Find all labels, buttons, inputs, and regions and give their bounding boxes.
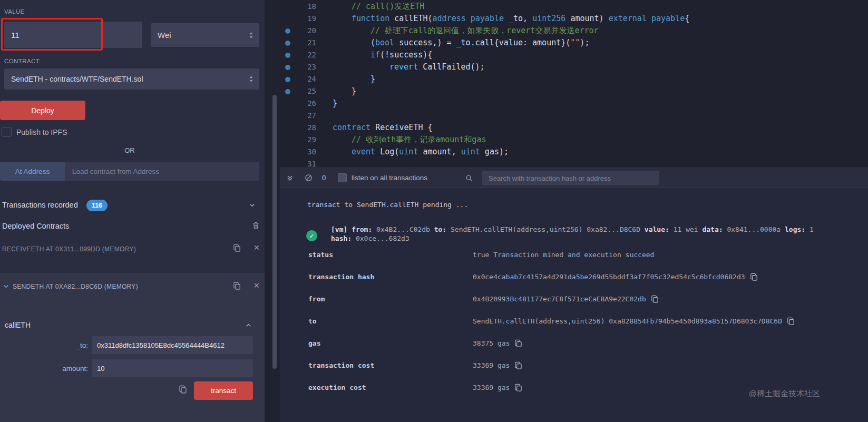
gutter-dot[interactable]	[280, 73, 296, 85]
edit-marker-dot	[285, 41, 290, 46]
copy-icon[interactable]	[514, 361, 522, 369]
gutter-dot[interactable]	[280, 49, 296, 61]
gutter-dot[interactable]	[280, 37, 296, 49]
code-line[interactable]: 18// call()发送ETH	[280, 1, 868, 13]
code-line[interactable]: 31	[280, 158, 868, 168]
code-text: // 收到eth事件，记录amount和gas	[333, 134, 486, 146]
edit-marker-dot	[285, 77, 290, 82]
gutter-space[interactable]	[280, 110, 296, 122]
gutter-space[interactable]	[280, 146, 296, 158]
expand-terminal-icon[interactable]	[286, 174, 294, 182]
pending-tx-count: 0	[322, 174, 326, 182]
amount-param-label: amount:	[0, 365, 88, 372]
close-icon[interactable]: ✕	[253, 243, 260, 252]
value-input[interactable]	[4, 22, 142, 48]
receipt-field-label: status	[308, 251, 473, 259]
panel-scrollbar-thumb[interactable]	[272, 95, 277, 369]
line-number: 18	[296, 1, 316, 13]
at-address-button[interactable]: At Address	[0, 162, 65, 181]
code-line[interactable]: 30event Log(uint amount, uint gas);	[280, 146, 868, 158]
chevron-up-icon[interactable]	[245, 322, 252, 329]
chevron-down-icon[interactable]	[3, 283, 9, 290]
at-address-input[interactable]	[65, 162, 259, 181]
contract-select[interactable]: SendETH - contracts/WTF/SendETH.sol	[4, 68, 259, 90]
code-line[interactable]: 20// 处理下call的返回值，如果失败，revert交易并发送error	[280, 25, 868, 37]
receipt-field-value: 33369 gas	[473, 384, 522, 391]
copy-icon[interactable]	[787, 317, 795, 325]
terminal-toolbar: 0 listen on all transactions	[280, 168, 868, 188]
value-label: VALUE	[4, 8, 25, 15]
line-number: 30	[296, 146, 316, 158]
chevron-down-icon[interactable]	[249, 202, 256, 209]
transact-button[interactable]: transact	[194, 381, 253, 400]
select-stepper-icon	[249, 31, 253, 39]
gutter-space[interactable]	[280, 1, 296, 13]
tx-success-check-icon: ✓	[306, 230, 317, 241]
line-number: 20	[296, 25, 316, 37]
code-line[interactable]: 28contract ReceiveETH {	[280, 122, 868, 134]
to-param-label: _to:	[0, 341, 88, 349]
line-number: 19	[296, 13, 316, 25]
receipt-field-label: from	[308, 295, 473, 303]
code-line[interactable]: 24}	[280, 73, 868, 85]
copy-icon[interactable]	[233, 282, 241, 290]
clear-console-icon[interactable]	[305, 174, 313, 182]
code-line[interactable]: 29// 收到eth事件，记录amount和gas	[280, 134, 868, 146]
receipt-value-text: 33369 gas	[473, 384, 510, 391]
copy-icon[interactable]	[651, 295, 659, 303]
copy-calldata-icon[interactable]	[179, 385, 187, 394]
code-line[interactable]: 26}	[280, 97, 868, 110]
transactions-count-badge: 116	[86, 200, 108, 211]
code-text: }	[333, 85, 356, 97]
receipt-field-label: transaction cost	[308, 361, 473, 369]
code-line[interactable]: 23revert CallFailed();	[280, 61, 868, 73]
contract-label: CONTRACT	[4, 58, 40, 64]
deployed-instance-receiveeth[interactable]: RECEIVEETH AT 0X311...099DD (MEMORY)	[2, 246, 136, 253]
copy-icon[interactable]	[233, 244, 241, 252]
gutter-space[interactable]	[280, 122, 296, 134]
deployed-instance-sendeth-panel: SENDETH AT 0XA82...D8C6D (MEMORY) ✕ call…	[0, 273, 265, 422]
gutter-dot[interactable]	[280, 25, 296, 37]
unit-select[interactable]: Wei	[151, 23, 259, 47]
tx-log-block[interactable]: [vm] from: 0x4B2...C02db to: SendETH.cal…	[331, 225, 832, 243]
contract-select-value: SendETH - contracts/WTF/SendETH.sol	[11, 75, 143, 83]
code-line[interactable]: 21(bool success,) = _to.call{value: amou…	[280, 37, 868, 49]
or-divider-label: OR	[0, 146, 259, 154]
trash-icon[interactable]	[252, 221, 260, 229]
terminal-search-input[interactable]	[482, 171, 659, 185]
deployed-instance-sendeth[interactable]: SENDETH AT 0XA82...D8C6D (MEMORY)	[13, 283, 138, 290]
publish-ipfs-checkbox[interactable]	[2, 127, 12, 137]
line-number: 26	[296, 97, 316, 110]
gutter-space[interactable]	[280, 158, 296, 168]
copy-icon[interactable]	[750, 273, 758, 281]
watermark-text: @稀土掘金技术社区	[749, 389, 820, 399]
listen-all-checkbox[interactable]	[338, 173, 347, 182]
receipt-value-text: 0x4B20993Bc481177ec7E8f571ceCaE8A9e22C02…	[473, 295, 646, 303]
deploy-run-sidebar: VALUE Wei CONTRACT SendETH - contracts/W…	[0, 0, 265, 422]
line-number: 28	[296, 122, 316, 134]
to-param-input[interactable]	[92, 336, 253, 354]
code-editor[interactable]: 18// call()发送ETH19function callETH(addre…	[280, 0, 868, 168]
deploy-button[interactable]: Deploy	[0, 101, 85, 120]
close-icon[interactable]: ✕	[253, 281, 260, 290]
receipt-row: transaction cost33369 gas	[308, 354, 856, 376]
gutter-space[interactable]	[280, 13, 296, 25]
gutter-dot[interactable]	[280, 61, 296, 73]
code-text: // 处理下call的返回值，如果失败，revert交易并发送error	[333, 25, 599, 37]
gutter-space[interactable]	[280, 97, 296, 110]
amount-param-input[interactable]	[92, 359, 253, 377]
copy-icon[interactable]	[514, 339, 522, 347]
publish-ipfs-label: Publish to IPFS	[16, 128, 67, 136]
copy-icon[interactable]	[514, 384, 522, 391]
code-line[interactable]: 19function callETH(address payable _to, …	[280, 13, 868, 25]
code-line[interactable]: 22if(!success){	[280, 49, 868, 61]
edit-marker-dot	[285, 89, 290, 94]
gutter-dot[interactable]	[280, 85, 296, 97]
receipt-field-value: true Transaction mined and execution suc…	[473, 251, 654, 259]
gutter-space[interactable]	[280, 134, 296, 146]
code-text: (bool success,) = _to.call{value: amount…	[333, 37, 589, 49]
receipt-field-value: 38375 gas	[473, 339, 522, 347]
line-number: 23	[296, 61, 316, 73]
code-line[interactable]: 25}	[280, 85, 868, 97]
code-line[interactable]: 27	[280, 110, 868, 122]
